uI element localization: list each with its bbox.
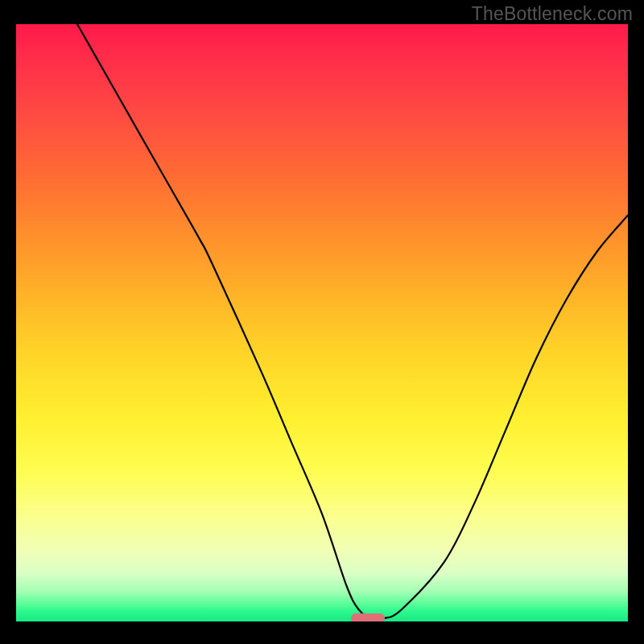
- chart-frame: TheBottleneck.com: [0, 0, 644, 644]
- curve-svg: [16, 24, 628, 621]
- watermark-text: TheBottleneck.com: [472, 3, 633, 25]
- plot-area: [16, 24, 628, 621]
- bottleneck-curve: [77, 24, 628, 620]
- bottleneck-marker: [351, 613, 385, 621]
